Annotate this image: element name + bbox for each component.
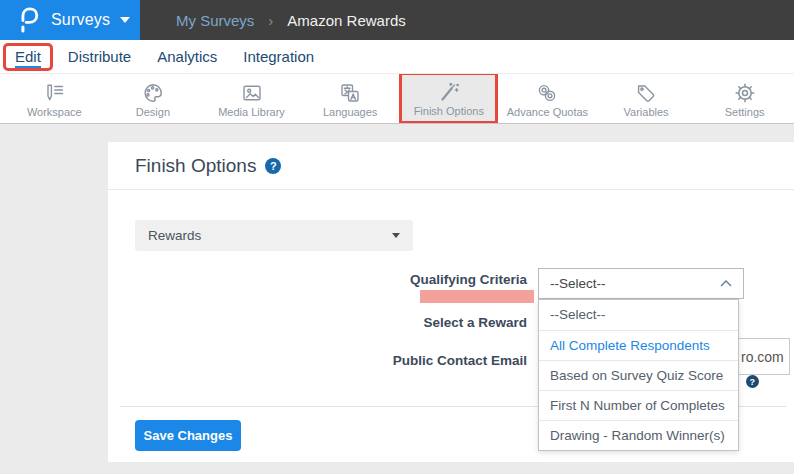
public-contact-email-visible-value: ro.com — [741, 349, 784, 365]
toolbar-item-workspace[interactable]: Workspace — [5, 74, 104, 124]
chevron-down-icon — [120, 17, 130, 23]
toolbar-item-label: Workspace — [27, 106, 82, 118]
palette-icon — [142, 80, 164, 104]
tab-integration[interactable]: Integration — [243, 48, 314, 65]
magic-wand-icon — [438, 79, 460, 103]
breadcrumb-separator-icon: › — [268, 12, 273, 29]
toolbar-item-label: Advance Quotas — [507, 106, 588, 118]
annotation-highlight-qualifying-criteria — [420, 290, 534, 303]
select-a-reward-label: Select a Reward — [317, 315, 527, 330]
breadcrumb-current-survey: Amazon Rewards — [287, 12, 405, 29]
public-contact-email-label: Public Contact Email — [317, 353, 527, 368]
toolbar-item-advance-quotas[interactable]: Advance Quotas — [498, 74, 597, 124]
toolbar-item-label: Languages — [323, 106, 377, 118]
email-helper-row: . ? — [736, 374, 759, 389]
edit-toolbar: Workspace Design Media Library — [0, 74, 794, 124]
top-bar: Surveys My Surveys › Amazon Rewards — [0, 0, 794, 40]
toolbar-item-languages[interactable]: Languages — [301, 74, 400, 124]
tab-edit[interactable]: Edit — [15, 48, 41, 68]
option-drawing-random-winners[interactable]: Drawing - Random Winner(s) — [539, 420, 738, 450]
toolbar-item-settings[interactable]: Settings — [695, 74, 794, 124]
option-based-on-survey-quiz-score[interactable]: Based on Survey Quiz Score — [539, 360, 738, 390]
gear-icon — [734, 80, 756, 104]
annotation-box-edit: Edit — [3, 43, 53, 71]
toolbar-item-media-library[interactable]: Media Library — [202, 74, 301, 124]
option-select[interactable]: --Select-- — [539, 300, 738, 330]
product-menu-button[interactable]: Surveys — [0, 0, 140, 40]
qualifying-criteria-selected-value: --Select-- — [550, 276, 606, 291]
toolbar-item-variables[interactable]: Variables — [597, 74, 696, 124]
pencil-lines-icon — [43, 80, 65, 104]
panel-header: Finish Options ? — [108, 142, 794, 190]
option-all-complete-respondents[interactable]: All Complete Respondents — [539, 330, 738, 360]
questionpro-logo-icon — [16, 5, 40, 35]
save-changes-button[interactable]: Save Changes — [135, 420, 241, 451]
tab-distribute[interactable]: Distribute — [68, 48, 131, 65]
chevron-down-icon — [392, 233, 400, 238]
toolbar-item-label: Finish Options — [414, 105, 484, 117]
page-title: Finish Options — [135, 155, 256, 177]
toolbar-item-label: Variables — [624, 106, 669, 118]
chevron-up-icon — [720, 280, 732, 287]
option-first-n-number-of-completes[interactable]: First N Number of Completes — [539, 390, 738, 420]
rewards-type-select-value: Rewards — [148, 228, 201, 243]
toolbar-item-label: Media Library — [218, 106, 285, 118]
chain-link-icon — [536, 80, 558, 104]
help-icon[interactable]: ? — [746, 375, 759, 388]
breadcrumb-my-surveys[interactable]: My Surveys — [176, 12, 254, 29]
qualifying-criteria-option-list: --Select-- All Complete Respondents Base… — [538, 299, 739, 451]
image-icon — [241, 80, 263, 104]
product-label: Surveys — [51, 11, 110, 29]
toolbar-item-label: Design — [136, 106, 170, 118]
rewards-type-select[interactable]: Rewards — [135, 220, 413, 251]
toolbar-item-label: Settings — [725, 106, 765, 118]
page-background: Finish Options ? Rewards Qualifying Crit… — [0, 124, 794, 474]
tab-analytics[interactable]: Analytics — [157, 48, 217, 65]
nav-tabs-row: Edit Distribute Analytics Integration — [0, 40, 794, 74]
help-icon[interactable]: ? — [265, 158, 281, 174]
toolbar-item-finish-options annotation-box-finish-options[interactable]: Finish Options — [399, 74, 498, 124]
toolbar-item-design[interactable]: Design — [104, 74, 203, 124]
qualifying-criteria-select[interactable]: --Select-- — [538, 268, 744, 299]
qualifying-criteria-label: Qualifying Criteria — [317, 272, 527, 287]
finish-options-panel: Finish Options ? Rewards Qualifying Crit… — [108, 142, 794, 462]
translate-icon — [339, 80, 361, 104]
tag-icon — [635, 80, 657, 104]
breadcrumb: My Surveys › Amazon Rewards — [140, 0, 794, 40]
